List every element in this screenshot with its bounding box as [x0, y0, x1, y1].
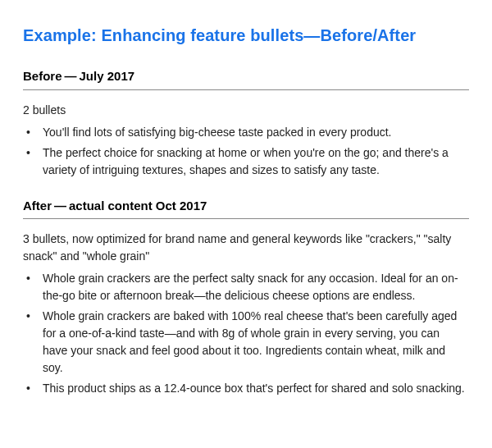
bullet-text: You'll find lots of satisfying big-chees… [39, 124, 467, 141]
after-intro: 3 bullets, now optimized for brand name … [23, 231, 469, 265]
page-title: Example: Enhancing feature bullets—Befor… [23, 23, 469, 48]
bullet-text: Whole grain crackers are baked with 100%… [39, 308, 467, 377]
after-bullet-list: Whole grain crackers are the perfect sal… [23, 270, 469, 397]
bullet-text: Whole grain crackers are the perfect sal… [39, 270, 467, 304]
list-item: You'll find lots of satisfying big-chees… [26, 124, 469, 141]
before-intro: 2 bullets [23, 102, 469, 119]
before-heading: Before — July 2017 [23, 67, 469, 90]
bullet-text: The perfect choice for snacking at home … [39, 144, 467, 179]
after-heading: After — actual content Oct 2017 [23, 197, 469, 220]
list-item: This product ships as a 12.4-ounce box t… [26, 380, 469, 397]
list-item: Whole grain crackers are the perfect sal… [26, 270, 469, 304]
before-bullet-list: You'll find lots of satisfying big-chees… [23, 124, 469, 179]
list-item: Whole grain crackers are baked with 100%… [26, 308, 469, 377]
bullet-text: This product ships as a 12.4-ounce box t… [39, 380, 467, 397]
list-item: The perfect choice for snacking at home … [26, 144, 469, 179]
